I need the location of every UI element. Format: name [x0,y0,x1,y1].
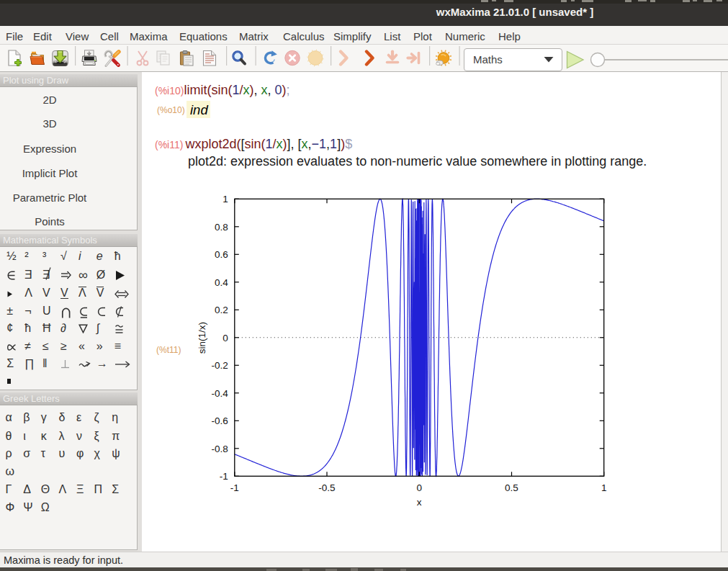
svg-text:0.8: 0.8 [215,222,228,233]
svg-text:0.2: 0.2 [215,305,228,315]
svg-text:1: 1 [601,482,607,493]
svg-text:-0.6: -0.6 [212,415,228,426]
svg-text:0.5: 0.5 [505,482,518,493]
svg-text:x: x [417,497,422,508]
svg-text:-0.4: -0.4 [212,388,229,399]
svg-text:-0.5: -0.5 [318,482,335,493]
svg-text:-0.2: -0.2 [212,360,228,371]
svg-text:0.4: 0.4 [215,277,228,288]
svg-text:0: 0 [417,482,423,493]
svg-text:-1: -1 [220,471,228,482]
svg-text:0.6: 0.6 [215,249,228,260]
svg-text:-1: -1 [230,482,239,493]
svg-text:1: 1 [223,194,228,204]
svg-text:sin(1/x): sin(1/x) [197,322,207,354]
svg-text:-0.8: -0.8 [212,444,228,454]
svg-text:0: 0 [223,333,228,343]
